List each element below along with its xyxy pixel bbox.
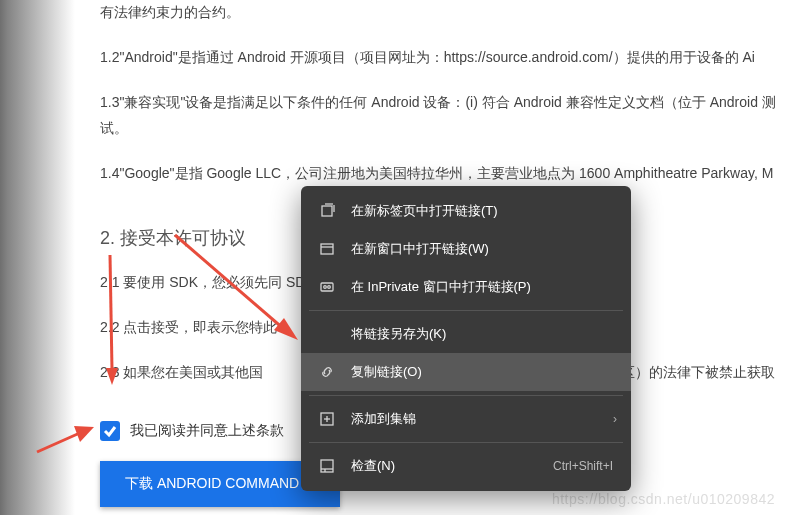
context-menu-separator (309, 442, 623, 443)
watermark: https://blog.csdn.net/u010209842 (552, 491, 775, 507)
collections-icon (319, 411, 335, 427)
new-window-icon (319, 241, 335, 257)
context-menu-separator (309, 310, 623, 311)
check-icon (103, 424, 117, 438)
svg-rect-11 (321, 460, 333, 472)
context-menu-label: 在新标签页中打开链接(T) (351, 202, 613, 220)
context-menu-label: 添加到集锦 (351, 410, 613, 428)
context-menu-label: 将链接另存为(K) (351, 325, 613, 343)
svg-rect-5 (321, 283, 333, 291)
context-menu-item[interactable]: 检查(N)Ctrl+Shift+I (301, 447, 631, 485)
agree-label: 我已阅读并同意上述条款 (130, 422, 284, 440)
para-3: 1.4"Google"是指 Google LLC，公司注册地为美国特拉华州，主要… (100, 161, 785, 186)
context-menu-item[interactable]: 复制链接(O) (301, 353, 631, 391)
new-tab-icon (319, 203, 335, 219)
context-menu-item[interactable]: 在新标签页中打开链接(T) (301, 192, 631, 230)
inspect-icon (319, 458, 335, 474)
svg-rect-3 (321, 244, 333, 254)
svg-point-6 (324, 286, 327, 289)
context-menu-label: 检查(N) (351, 457, 543, 475)
left-shadow-overlay (0, 0, 75, 515)
copy-link-icon (319, 364, 335, 380)
para-6a: 2.3 如果您在美国或其他国 (100, 364, 263, 380)
svg-marker-19 (74, 426, 94, 442)
para-6b: 区）的法律下被禁止获取 (621, 364, 775, 380)
context-menu: 在新标签页中打开链接(T)在新窗口中打开链接(W)在 InPrivate 窗口中… (301, 186, 631, 491)
svg-point-7 (328, 286, 331, 289)
para-2: 1.3"兼容实现"设备是指满足以下条件的任何 Android 设备：(i) 符合… (100, 90, 785, 140)
context-menu-shortcut: Ctrl+Shift+I (553, 459, 613, 473)
svg-rect-0 (322, 206, 332, 216)
context-menu-label: 在新窗口中打开链接(W) (351, 240, 613, 258)
context-menu-item[interactable]: 将链接另存为(K) (301, 315, 631, 353)
chevron-right-icon: › (613, 412, 617, 426)
context-menu-item[interactable]: 添加到集锦› (301, 400, 631, 438)
para-0: 有法律约束力的合约。 (100, 0, 785, 25)
context-menu-label: 复制链接(O) (351, 363, 613, 381)
inprivate-icon (319, 279, 335, 295)
context-menu-item[interactable]: 在 InPrivate 窗口中打开链接(P) (301, 268, 631, 306)
agree-checkbox[interactable] (100, 421, 120, 441)
context-menu-item[interactable]: 在新窗口中打开链接(W) (301, 230, 631, 268)
para-1: 1.2"Android"是指通过 Android 开源项目（项目网址为：http… (100, 45, 785, 70)
context-menu-label: 在 InPrivate 窗口中打开链接(P) (351, 278, 613, 296)
context-menu-separator (309, 395, 623, 396)
